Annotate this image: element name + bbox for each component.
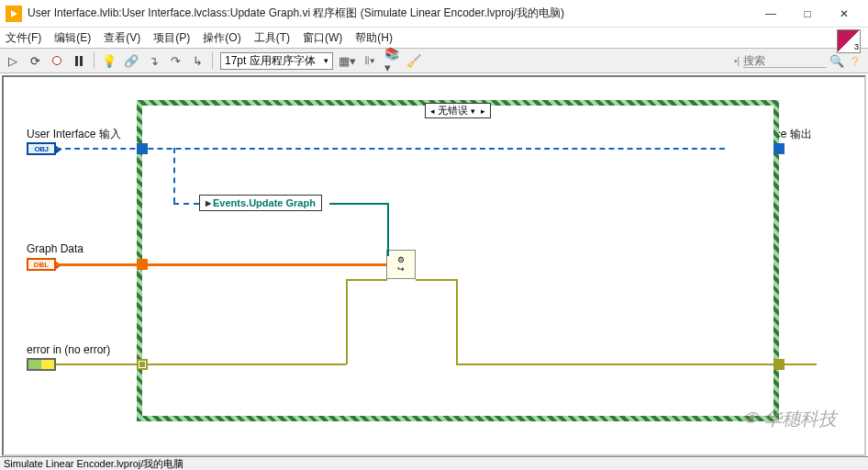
search-marker: •| xyxy=(734,56,740,66)
cleanup-button[interactable]: 🧹 xyxy=(406,53,421,68)
event-glyph-icon: ⚙ xyxy=(397,255,405,264)
highlight-exec-button[interactable]: 💡 xyxy=(102,53,117,68)
app-icon xyxy=(6,6,22,22)
generate-event-node[interactable]: ⚙ ↪ xyxy=(386,250,416,279)
case-dropdown-icon[interactable]: ▾ xyxy=(468,106,478,116)
wire-err-out[interactable] xyxy=(785,364,817,365)
vi-icon[interactable]: 3 xyxy=(837,29,861,53)
menu-bar: 文件(F) 编辑(E) 查看(V) 项目(P) 操作(O) 工具(T) 窗口(W… xyxy=(0,28,868,48)
search-icon[interactable]: 🔍 xyxy=(829,53,844,68)
align-button[interactable]: ▦▾ xyxy=(340,53,355,68)
maximize-button[interactable]: □ xyxy=(789,1,826,27)
reorder-button[interactable]: 📚▾ xyxy=(384,53,399,68)
search-input[interactable] xyxy=(743,54,826,68)
tunnel-err-out[interactable] xyxy=(773,359,785,370)
wire-evt-h1[interactable] xyxy=(329,203,387,205)
distribute-button[interactable]: ⫴▾ xyxy=(362,53,377,68)
case-prev-icon[interactable]: ◂ xyxy=(428,106,438,116)
label-graph-data: Graph Data xyxy=(27,242,83,255)
wire-dbl[interactable] xyxy=(56,263,386,266)
label-ui-in: User Interface 输入 xyxy=(27,127,121,142)
pause-button[interactable] xyxy=(72,53,86,68)
case-label: 无错误 xyxy=(438,104,468,118)
wire-err-up1[interactable] xyxy=(346,279,348,364)
watermark-icon: 👁 xyxy=(741,408,760,430)
watermark-text: 华穗科技 xyxy=(763,407,837,431)
wire-err-in[interactable] xyxy=(56,364,137,365)
wire-err-b[interactable] xyxy=(456,364,773,365)
menu-tools[interactable]: 工具(T) xyxy=(254,30,290,46)
toolbar: ▷ ⟳ 💡 🔗 ↴ ↷ ↳ 17pt 应用程序字体 ▦▾ ⫴▾ 📚▾ 🧹 •| … xyxy=(0,48,868,73)
menu-edit[interactable]: 编辑(E) xyxy=(54,30,91,46)
wire-err-top1[interactable] xyxy=(346,279,387,281)
block-diagram-canvas[interactable]: User Interface 输入 OBJ User Interface 输出 … xyxy=(2,75,866,456)
close-button[interactable]: ✕ xyxy=(826,1,862,27)
tunnel-obj-out[interactable] xyxy=(773,143,785,154)
case-selector[interactable]: ◂ 无错误 ▾ ▸ xyxy=(425,103,491,118)
invoke-node[interactable]: Events.Update Graph xyxy=(199,195,322,211)
status-bar: Simulate Linear Encoder.lvproj/我的电脑 xyxy=(0,456,868,470)
wire-err-a[interactable] xyxy=(148,364,346,365)
wire-evt-v[interactable] xyxy=(387,203,389,256)
menu-project[interactable]: 项目(P) xyxy=(153,30,190,46)
menu-view[interactable]: 查看(V) xyxy=(104,30,140,46)
menu-file[interactable]: 文件(F) xyxy=(6,30,41,46)
wire-err-top2[interactable] xyxy=(416,279,457,281)
status-text: Simulate Linear Encoder.lvproj/我的电脑 xyxy=(4,457,184,471)
menu-help[interactable]: 帮助(H) xyxy=(355,30,393,46)
wire-obj-branch-h[interactable] xyxy=(173,203,199,205)
minimize-button[interactable]: — xyxy=(752,1,789,27)
font-selector[interactable]: 17pt 应用程序字体 xyxy=(220,52,333,70)
case-next-icon[interactable]: ▸ xyxy=(478,106,488,116)
terminal-graph-data[interactable]: DBL xyxy=(27,258,56,271)
terminal-error-in[interactable] xyxy=(27,358,56,371)
step-over-button[interactable]: ↷ xyxy=(168,53,183,68)
separator xyxy=(212,52,213,69)
tunnel-err-in[interactable] xyxy=(137,359,148,370)
run-continuous-button[interactable]: ⟳ xyxy=(28,53,42,68)
label-error-in: error in (no error) xyxy=(27,343,110,356)
run-button[interactable]: ▷ xyxy=(6,53,20,68)
event-arrow-icon: ↪ xyxy=(397,264,405,274)
step-into-button[interactable]: ↴ xyxy=(146,53,161,68)
wire-err-down[interactable] xyxy=(456,279,458,364)
watermark: 👁 华穗科技 xyxy=(741,407,837,431)
window-title: User Interface.lvlib:User Interface.lvcl… xyxy=(28,6,752,21)
title-bar: User Interface.lvlib:User Interface.lvcl… xyxy=(0,0,868,28)
abort-button[interactable] xyxy=(50,53,64,68)
svg-marker-0 xyxy=(11,10,17,17)
step-out-button[interactable]: ↳ xyxy=(190,53,205,68)
retain-wire-button[interactable]: 🔗 xyxy=(124,53,139,68)
menu-operate[interactable]: 操作(O) xyxy=(203,30,240,46)
terminal-ui-in[interactable]: OBJ xyxy=(27,142,56,155)
wire-obj-branch-v[interactable] xyxy=(173,148,175,203)
help-icon[interactable]: ? xyxy=(848,53,862,68)
menu-window[interactable]: 窗口(W) xyxy=(303,30,342,46)
separator xyxy=(94,52,95,69)
wire-obj-main[interactable] xyxy=(56,148,725,150)
